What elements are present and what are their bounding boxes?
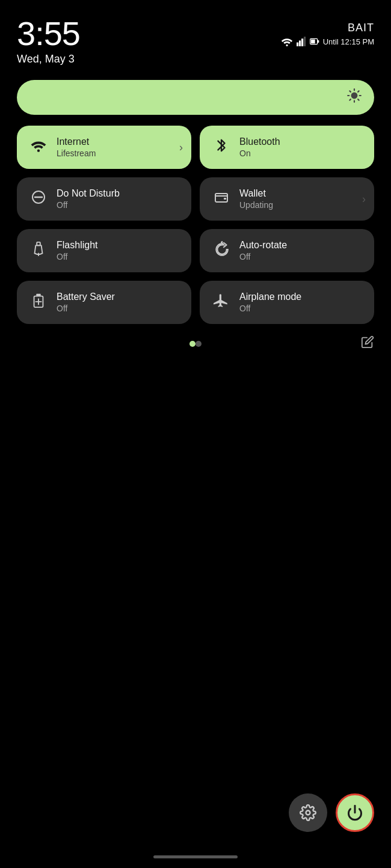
battery-saver-tile[interactable]: Battery Saver Off [17, 281, 191, 324]
pagination [0, 341, 391, 347]
airplane-title: Airplane mode [239, 292, 301, 302]
bluetooth-title: Bluetooth [239, 136, 280, 147]
carrier: BAIT [348, 22, 374, 34]
edit-button[interactable] [361, 335, 374, 352]
power-button[interactable] [336, 793, 374, 832]
flashlight-tile-icon [29, 241, 48, 260]
dnd-tile-icon [29, 190, 48, 208]
svg-rect-6 [311, 40, 315, 44]
svg-line-14 [358, 99, 359, 100]
dnd-title: Do Not Disturb [57, 188, 120, 199]
svg-point-17 [37, 150, 40, 152]
wallet-tile-icon [212, 190, 231, 208]
svg-rect-2 [299, 40, 301, 46]
svg-line-16 [358, 91, 359, 92]
status-icons: Until 12:15 PM [281, 37, 374, 46]
brightness-slider[interactable] [17, 80, 374, 115]
internet-chevron: › [179, 141, 183, 154]
battery-subtitle: Off [57, 304, 115, 313]
internet-tile[interactable]: Internet Lifestream › [17, 126, 191, 169]
page-dot-2[interactable] [196, 341, 202, 347]
autorotate-title: Auto-rotate [239, 240, 287, 251]
date: Wed, May 3 [17, 50, 80, 66]
svg-rect-4 [304, 37, 306, 46]
wallet-tile[interactable]: Wallet Updating › [200, 177, 374, 221]
signal-icon [297, 37, 306, 46]
svg-point-0 [286, 44, 288, 46]
autorotate-tile[interactable]: Auto-rotate Off [200, 229, 374, 272]
battery-saver-tile-icon [29, 293, 48, 312]
autorotate-subtitle: Off [239, 252, 287, 261]
svg-line-13 [349, 91, 351, 92]
bluetooth-tile-icon [212, 138, 231, 157]
autorotate-tile-icon [212, 241, 231, 260]
page-dot-1[interactable] [189, 341, 196, 347]
svg-rect-1 [297, 43, 298, 46]
dnd-until: Until 12:15 PM [323, 37, 374, 46]
airplane-subtitle: Off [239, 304, 301, 313]
svg-point-28 [306, 811, 310, 815]
bluetooth-subtitle: On [239, 148, 280, 158]
status-right: BAIT Until 12:15 PM [281, 17, 374, 46]
internet-title: Internet [57, 136, 96, 147]
flashlight-tile[interactable]: Flashlight Off [17, 229, 191, 272]
brightness-icon [346, 88, 362, 107]
wifi-icon [281, 37, 293, 46]
settings-button[interactable] [289, 793, 327, 832]
clock: 3:55 [17, 17, 80, 50]
home-bar[interactable] [153, 855, 238, 858]
svg-rect-25 [36, 294, 40, 296]
status-bar: 3:55 Wed, May 3 BAIT U [0, 0, 391, 66]
quick-tiles: Internet Lifestream › Bluetooth On Do No… [17, 126, 374, 324]
battery-icon [310, 37, 319, 46]
wallet-title: Wallet [239, 188, 273, 199]
svg-point-8 [351, 93, 358, 99]
internet-subtitle: Lifestream [57, 148, 96, 158]
wallet-subtitle: Updating [239, 200, 273, 210]
dnd-tile[interactable]: Do Not Disturb Off [17, 177, 191, 221]
battery-title: Battery Saver [57, 292, 115, 302]
svg-line-15 [349, 99, 351, 100]
svg-rect-21 [224, 198, 226, 200]
flashlight-subtitle: Off [57, 252, 97, 261]
wallet-chevron: › [362, 193, 366, 206]
flashlight-title: Flashlight [57, 240, 97, 251]
svg-rect-3 [301, 38, 303, 46]
bottom-buttons [289, 793, 374, 832]
wifi-tile-icon [29, 139, 48, 156]
dnd-subtitle: Off [57, 200, 120, 210]
svg-rect-7 [317, 40, 319, 43]
airplane-tile[interactable]: Airplane mode Off [200, 281, 374, 324]
bluetooth-tile[interactable]: Bluetooth On [200, 126, 374, 169]
airplane-tile-icon [212, 293, 231, 312]
